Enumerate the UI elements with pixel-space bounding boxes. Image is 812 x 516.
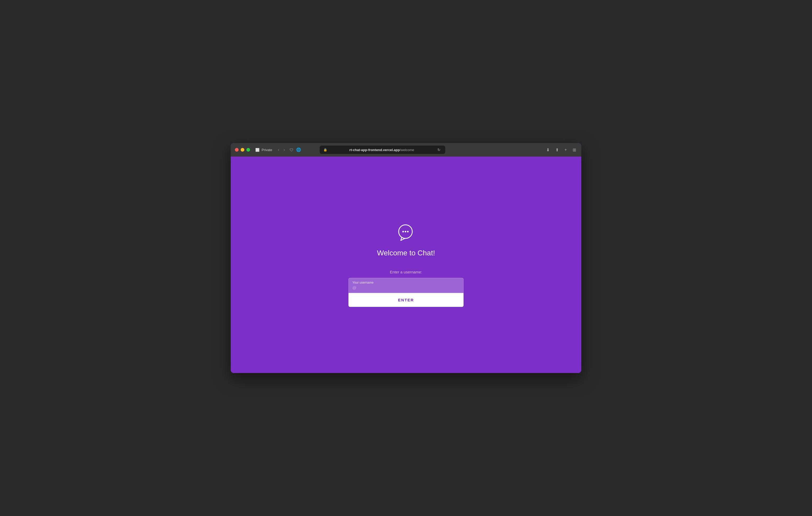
chat-logo [396,223,416,245]
tab-area: ⬜ Private [255,148,272,152]
lock-icon: 🔒 [323,148,327,152]
globe-icon: 🌐 [296,147,301,152]
minimize-button[interactable] [241,148,244,152]
username-input[interactable] [352,285,460,290]
reload-button[interactable]: ↻ [436,147,442,152]
url-text: rt-chat-app-frontend.vercel.app/welcome [329,148,434,152]
url-domain: rt-chat-app-frontend.vercel.app [349,148,400,152]
welcome-title: Welcome to Chat! [377,249,435,257]
maximize-button[interactable] [246,148,250,152]
username-input-label: Your username [352,281,460,284]
nav-buttons: ‹ › [276,146,286,153]
svg-point-2 [405,231,406,232]
address-bar-container: 🔒 rt-chat-app-frontend.vercel.app/welcom… [304,146,461,154]
username-input-wrapper: Your username [348,278,464,293]
traffic-lights [235,148,250,152]
browser-window: ⬜ Private ‹ › 🛡 🌐 🔒 rt-chat-app-frontend… [231,143,581,373]
toolbar-right: ⬇ ⬆ + ⊞ [545,146,577,153]
form-label: Enter a username: [348,270,464,274]
new-tab-button[interactable]: + [563,146,568,153]
tab-grid-button[interactable]: ⊞ [572,146,577,153]
close-button[interactable] [235,148,239,152]
download-button[interactable]: ⬇ [545,146,551,153]
share-button[interactable]: ⬆ [554,146,560,153]
chat-bubble-icon [396,223,416,244]
svg-point-3 [407,231,409,232]
url-path: /welcome [400,148,414,152]
pre-address-icons: 🛡 🌐 [290,147,301,152]
back-button[interactable]: ‹ [276,146,281,153]
tab-label[interactable]: Private [262,148,272,152]
page-content: Welcome to Chat! Enter a username: Your … [231,157,581,373]
form-container: Enter a username: Your username ENTER [348,270,464,307]
title-bar: ⬜ Private ‹ › 🛡 🌐 🔒 rt-chat-app-frontend… [231,143,581,157]
tab-icon: ⬜ [255,148,260,152]
enter-button[interactable]: ENTER [348,293,464,307]
forward-button[interactable]: › [282,146,286,153]
address-bar[interactable]: 🔒 rt-chat-app-frontend.vercel.app/welcom… [320,146,445,154]
shield-icon: 🛡 [290,148,293,152]
svg-point-1 [402,231,404,232]
